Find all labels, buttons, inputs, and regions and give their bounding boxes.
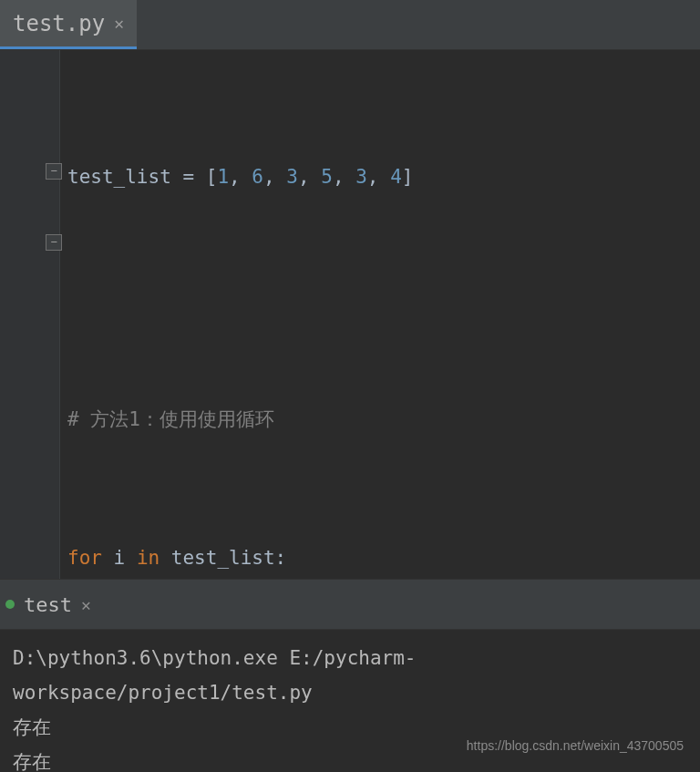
code-editor[interactable]: − − test_list = [1, 6, 3, 5, 3, 4] # 方法1… [0, 50, 700, 579]
run-status-icon [5, 600, 15, 609]
code-line: for i in test_list: [67, 540, 700, 575]
fold-icon[interactable]: − [46, 234, 62, 251]
fold-icon[interactable]: − [46, 163, 62, 180]
watermark: https://blog.csdn.net/weixin_43700505 [467, 728, 684, 763]
code-line: test_list = [1, 6, 3, 5, 3, 4] [67, 160, 700, 194]
editor-tab-bar: test.py ✕ [0, 0, 700, 50]
console-line: D:\python3.6\python.exe E:/pycharm-works… [13, 641, 687, 710]
run-console[interactable]: D:\python3.6\python.exe E:/pycharm-works… [0, 630, 700, 772]
tab-filename: test.py [13, 11, 105, 36]
close-icon[interactable]: ✕ [114, 14, 124, 33]
run-config-name[interactable]: test [24, 593, 72, 616]
editor-tab-test-py[interactable]: test.py ✕ [0, 0, 137, 49]
comment: # 方法1：使用使用循环 [67, 408, 274, 430]
editor-gutter: − − [0, 50, 60, 579]
